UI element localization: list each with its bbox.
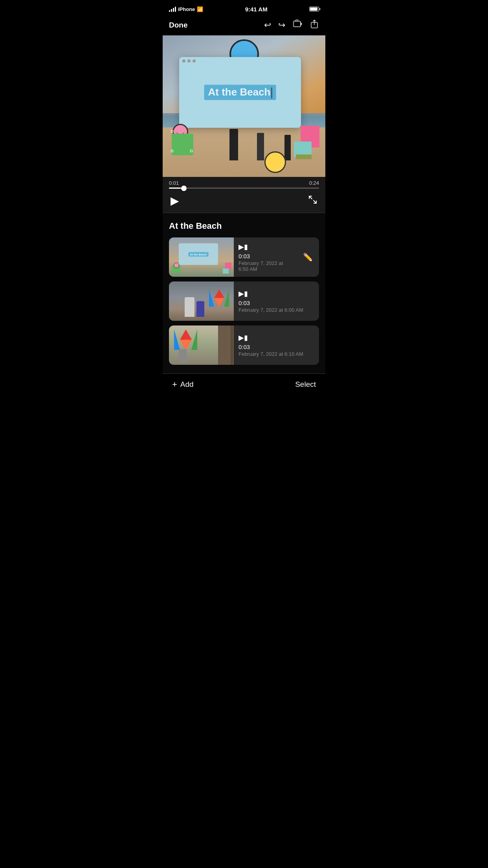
- kite-orange: [214, 298, 224, 307]
- clip-duration-2: 0:03: [238, 300, 314, 306]
- clip1-book-sticker: [223, 263, 231, 274]
- clip-info-2: ▶▮ 0:03 February 7, 2022 at 6:00 AM: [234, 289, 319, 313]
- clip2-kite: [210, 289, 228, 307]
- battery-icon: [309, 7, 319, 11]
- clip3-kite-green: [191, 329, 197, 350]
- clip1-window-text: At the Beach: [189, 252, 209, 256]
- clip-date-3: February 7, 2022 at 6:10 AM: [238, 351, 314, 357]
- clip2-person2: [196, 301, 204, 317]
- clip3-kite: [175, 329, 196, 351]
- clip1-book-teal: [223, 268, 229, 274]
- book-sticker: [294, 126, 319, 157]
- clip-video-icon-3: ▶▮: [238, 333, 314, 342]
- book-spine: [296, 154, 312, 159]
- clip-thumbnail-2: [169, 281, 234, 321]
- title-sticker-window: At the Beach: [179, 57, 301, 128]
- person-silhouette-3: [284, 135, 291, 160]
- clip-duration-3: 0:03: [238, 344, 314, 350]
- clip-item-1[interactable]: At the Beach ▶▮ 0:03 February 7, 2022 at…: [169, 237, 319, 277]
- text-cursor: [271, 88, 272, 99]
- current-time: 0:01: [169, 180, 179, 186]
- clip-item-2[interactable]: ▶▮ 0:03 February 7, 2022 at 6:00 AM: [169, 281, 319, 321]
- toolbar-actions: ↩ ↪: [264, 19, 319, 31]
- time-display: 9:41 AM: [245, 6, 268, 13]
- magic-video-button[interactable]: [292, 19, 303, 31]
- bottom-spacer: [169, 370, 319, 373]
- clip1-pink-sticker: [174, 263, 179, 268]
- clip3-kite-blue: [174, 329, 180, 350]
- person-silhouette-1: [229, 129, 238, 160]
- svg-rect-0: [294, 21, 301, 27]
- done-button[interactable]: Done: [169, 21, 188, 29]
- select-button[interactable]: Select: [295, 380, 316, 389]
- clip-video-icon-1: ▶▮: [238, 243, 292, 251]
- titlebar-dot-2: [187, 59, 191, 63]
- kite-red: [214, 289, 224, 298]
- selection-handle-3: [190, 150, 193, 152]
- clips-section: At the Beach At the Beach ▶▮ 0:03 Februa…: [163, 213, 325, 373]
- yellow-ball-sticker: [264, 151, 286, 173]
- status-bar: iPhone 📶 9:41 AM: [163, 0, 325, 17]
- status-right: [309, 7, 319, 11]
- clip-item-3[interactable]: ▶▮ 0:03 February 7, 2022 at 6:10 AM: [169, 326, 319, 365]
- clip3-fence-boards: [231, 326, 234, 365]
- add-button[interactable]: + Add: [172, 379, 194, 390]
- clip-date-2: February 7, 2022 at 6:00 AM: [238, 307, 314, 313]
- person-silhouette-2: [257, 133, 264, 160]
- svg-marker-1: [301, 22, 302, 26]
- expand-button[interactable]: [308, 195, 317, 207]
- total-time: 0:24: [309, 180, 319, 186]
- bottom-bar: + Add Select: [163, 373, 325, 397]
- share-button[interactable]: [310, 19, 319, 31]
- clip1-window: At the Beach: [179, 243, 218, 265]
- redo-button[interactable]: ↪: [278, 20, 285, 30]
- kite-blue: [209, 289, 214, 307]
- progress-section: 0:01 0:24: [163, 177, 325, 191]
- window-titlebar: [179, 57, 301, 65]
- carrier-label: iPhone: [178, 6, 195, 12]
- clip-thumbnail-3: [169, 326, 234, 365]
- toolbar: Done ↩ ↪: [163, 17, 325, 35]
- clips-section-title: At the Beach: [169, 221, 319, 231]
- titlebar-dot-3: [193, 59, 196, 63]
- status-left: iPhone 📶: [169, 6, 203, 12]
- clip3-kite-red: [180, 329, 192, 340]
- clip-date-1: February 7, 2022 at 6:50 AM: [238, 260, 292, 272]
- progress-track[interactable]: [169, 188, 319, 189]
- wifi-icon: 📶: [197, 6, 203, 12]
- add-icon: +: [172, 379, 177, 390]
- clip-video-icon-2: ▶▮: [238, 289, 314, 298]
- clip-info-1: ▶▮ 0:03 February 7, 2022 at 6:50 AM: [234, 243, 297, 272]
- clip2-person1: [185, 297, 194, 317]
- clip-duration-1: 0:03: [238, 253, 292, 259]
- clip-edit-button-1[interactable]: ✏️: [297, 252, 319, 262]
- beach-title-text: At the Beach: [204, 85, 276, 100]
- battery-fill: [310, 7, 317, 11]
- kite-green: [224, 289, 229, 307]
- undo-button[interactable]: ↩: [264, 20, 271, 30]
- play-button[interactable]: ▶: [171, 194, 179, 207]
- time-row: 0:01 0:24: [169, 180, 319, 186]
- selection-handle-1: [171, 130, 173, 132]
- video-preview[interactable]: ▶ At the Beach: [163, 35, 325, 177]
- clip-info-3: ▶▮ 0:03 February 7, 2022 at 6:10 AM: [234, 333, 319, 357]
- clip-thumbnail-1: At the Beach: [169, 237, 234, 277]
- signal-icon: [169, 7, 176, 12]
- progress-thumb[interactable]: [181, 186, 187, 191]
- playback-controls: ▶: [163, 191, 325, 213]
- titlebar-dot-1: [182, 59, 185, 63]
- green-character-sticker: [169, 124, 196, 155]
- add-label: Add: [180, 380, 194, 389]
- clip3-person: [179, 349, 187, 363]
- clip3-kite-orange: [180, 340, 192, 350]
- selection-handle-2: [171, 150, 173, 152]
